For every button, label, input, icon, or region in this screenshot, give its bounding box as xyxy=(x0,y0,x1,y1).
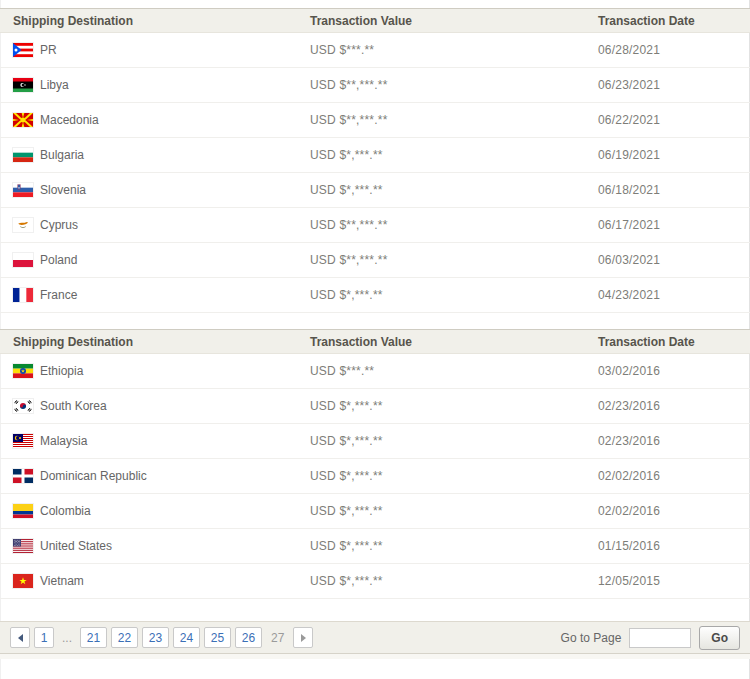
flag-south-korea-icon xyxy=(13,399,33,413)
transactions-table-older: Shipping Destination Transaction Value T… xyxy=(0,329,750,599)
page-button-1[interactable]: 1 xyxy=(34,627,54,648)
page-current-27: 27 xyxy=(266,631,289,645)
table-row: Ethiopia USD $***.** 03/02/2016 xyxy=(0,354,750,389)
country-label: Slovenia xyxy=(40,183,86,197)
right-arrow-icon xyxy=(301,634,306,642)
transaction-value: USD $*,***.** xyxy=(310,469,598,483)
transaction-date: 06/17/2021 xyxy=(598,218,750,232)
transaction-value: USD $*,***.** xyxy=(310,539,598,553)
country-label: Dominican Republic xyxy=(40,469,147,483)
next-page-button[interactable] xyxy=(293,627,313,648)
flag-vietnam-icon xyxy=(13,574,33,588)
goto-page-label: Go to Page xyxy=(561,631,622,645)
transaction-value: USD $***.** xyxy=(310,364,598,378)
transaction-value: USD $**,***.** xyxy=(310,113,598,127)
transaction-date: 06/28/2021 xyxy=(598,43,750,57)
table-row: Malaysia USD $*,***.** 02/23/2016 xyxy=(0,424,750,459)
transaction-date: 03/02/2016 xyxy=(598,364,750,378)
table-row: Macedonia USD $**,***.** 06/22/2021 xyxy=(0,103,750,138)
country-label: Ethiopia xyxy=(40,364,83,378)
flag-bulgaria-icon xyxy=(13,148,33,162)
flag-ethiopia-icon xyxy=(13,364,33,378)
flag-france-icon xyxy=(13,288,33,302)
flag-colombia-icon xyxy=(13,504,33,518)
transaction-date: 06/03/2021 xyxy=(598,253,750,267)
column-header-transaction-date: Transaction Date xyxy=(598,335,750,349)
transaction-date: 06/23/2021 xyxy=(598,78,750,92)
flag-slovenia-icon xyxy=(13,183,33,197)
left-arrow-icon xyxy=(18,634,23,642)
flag-united-states-icon xyxy=(13,539,33,553)
transaction-value: USD $*,***.** xyxy=(310,148,598,162)
column-header-transaction-date: Transaction Date xyxy=(598,14,750,28)
page-button-24[interactable]: 24 xyxy=(173,627,200,648)
page-button-25[interactable]: 25 xyxy=(204,627,231,648)
transaction-date: 02/23/2016 xyxy=(598,399,750,413)
country-label: Malaysia xyxy=(40,434,87,448)
table-row: Poland USD $**,***.** 06/03/2021 xyxy=(0,243,750,278)
table-row: France USD $*,***.** 04/23/2021 xyxy=(0,278,750,313)
table-row: Colombia USD $*,***.** 02/02/2016 xyxy=(0,494,750,529)
go-button[interactable]: Go xyxy=(699,626,740,650)
transaction-value: USD $**,***.** xyxy=(310,218,598,232)
transactions-page: Shipping Destination Transaction Value T… xyxy=(0,0,750,679)
column-header-shipping-destination: Shipping Destination xyxy=(13,14,310,28)
transactions-table-recent: Shipping Destination Transaction Value T… xyxy=(0,8,750,313)
table-row: Dominican Republic USD $*,***.** 02/02/2… xyxy=(0,459,750,494)
table-row: Libya USD $**,***.** 06/23/2021 xyxy=(0,68,750,103)
country-label: France xyxy=(40,288,77,302)
pagination-ellipsis: ... xyxy=(58,631,76,645)
country-label: Libya xyxy=(40,78,69,92)
transaction-date: 06/18/2021 xyxy=(598,183,750,197)
goto-page-input[interactable] xyxy=(629,628,691,648)
transaction-value: USD $**,***.** xyxy=(310,253,598,267)
table-header-row: Shipping Destination Transaction Value T… xyxy=(0,8,750,33)
transaction-date: 06/19/2021 xyxy=(598,148,750,162)
table-row: PR USD $***.** 06/28/2021 xyxy=(0,33,750,68)
country-label: Cyprus xyxy=(40,218,78,232)
transaction-date: 04/23/2021 xyxy=(598,288,750,302)
table-row: Slovenia USD $*,***.** 06/18/2021 xyxy=(0,173,750,208)
transaction-value: USD $*,***.** xyxy=(310,504,598,518)
flag-cyprus-icon xyxy=(13,218,33,232)
column-header-transaction-value: Transaction Value xyxy=(310,335,598,349)
transaction-date: 02/23/2016 xyxy=(598,434,750,448)
page-bottom-strip xyxy=(0,654,750,659)
country-label: Macedonia xyxy=(40,113,99,127)
flag-dominican-republic-icon xyxy=(13,469,33,483)
table-row: Bulgaria USD $*,***.** 06/19/2021 xyxy=(0,138,750,173)
country-label: United States xyxy=(40,539,112,553)
column-header-shipping-destination: Shipping Destination xyxy=(13,335,310,349)
country-label: Colombia xyxy=(40,504,91,518)
table-row: South Korea USD $*,***.** 02/23/2016 xyxy=(0,389,750,424)
flag-poland-icon xyxy=(13,253,33,267)
country-label: South Korea xyxy=(40,399,107,413)
transaction-value: USD $*,***.** xyxy=(310,288,598,302)
flag-pr-icon xyxy=(13,43,33,57)
country-label: PR xyxy=(40,43,57,57)
column-header-transaction-value: Transaction Value xyxy=(310,14,598,28)
transaction-value: USD $*,***.** xyxy=(310,183,598,197)
prev-page-button[interactable] xyxy=(10,627,30,648)
transaction-value: USD $*,***.** xyxy=(310,574,598,588)
transaction-date: 06/22/2021 xyxy=(598,113,750,127)
transaction-date: 02/02/2016 xyxy=(598,504,750,518)
transaction-value: USD $**,***.** xyxy=(310,78,598,92)
transaction-date: 01/15/2016 xyxy=(598,539,750,553)
pagination-bar: 1 ... 21 22 23 24 25 26 27 Go to Page Go xyxy=(0,621,750,654)
country-label: Vietnam xyxy=(40,574,84,588)
page-button-26[interactable]: 26 xyxy=(235,627,262,648)
flag-libya-icon xyxy=(13,78,33,92)
page-button-21[interactable]: 21 xyxy=(80,627,107,648)
table-row: Vietnam USD $*,***.** 12/05/2015 xyxy=(0,564,750,599)
country-label: Poland xyxy=(40,253,77,267)
table-header-row: Shipping Destination Transaction Value T… xyxy=(0,329,750,354)
transaction-date: 02/02/2016 xyxy=(598,469,750,483)
table-row: Cyprus USD $**,***.** 06/17/2021 xyxy=(0,208,750,243)
table-row: United States USD $*,***.** 01/15/2016 xyxy=(0,529,750,564)
flag-macedonia-icon xyxy=(13,113,33,127)
page-button-22[interactable]: 22 xyxy=(111,627,138,648)
flag-malaysia-icon xyxy=(13,434,33,448)
page-button-23[interactable]: 23 xyxy=(142,627,169,648)
transaction-value: USD $*,***.** xyxy=(310,399,598,413)
